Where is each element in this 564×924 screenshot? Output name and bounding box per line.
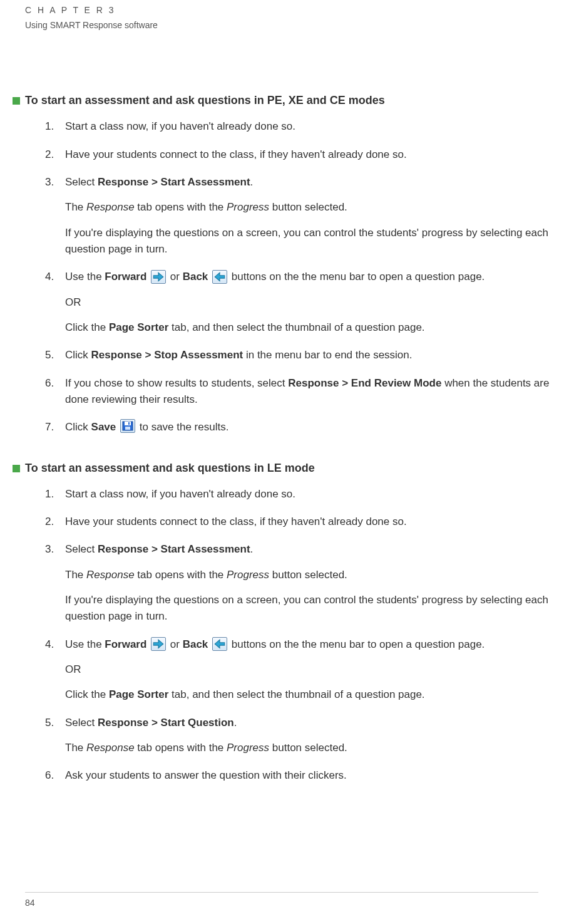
step-text: Click Save to save the results. bbox=[65, 419, 564, 435]
step-list: Start a class now, if you haven't alread… bbox=[45, 118, 564, 435]
step-text: If you chose to show results to students… bbox=[65, 375, 564, 408]
ui-term: Progress bbox=[227, 742, 269, 754]
button-name: Save bbox=[91, 421, 116, 433]
square-bullet-icon bbox=[13, 465, 20, 472]
step-text: Click Response > Stop Assessment in the … bbox=[65, 347, 564, 363]
menu-path: Response > Start Assessment bbox=[98, 176, 250, 188]
step-text: The Response tab opens with the Progress… bbox=[65, 740, 564, 756]
section-le: To start an assessment and ask questions… bbox=[25, 460, 564, 784]
text-fragment: Click the bbox=[65, 321, 109, 333]
ui-term: Progress bbox=[227, 201, 269, 213]
text-fragment: tab, and then select the thumbnail of a … bbox=[168, 321, 424, 333]
button-name: Back bbox=[183, 638, 208, 650]
text-fragment: The bbox=[65, 201, 86, 213]
text-fragment: in the menu bar to end the session. bbox=[243, 349, 412, 361]
section-heading-text: To start an assessment and ask questions… bbox=[25, 92, 385, 110]
svg-rect-4 bbox=[125, 427, 130, 430]
step-text: Click the Page Sorter tab, and then sele… bbox=[65, 319, 564, 336]
button-name: Forward bbox=[105, 271, 146, 283]
step-item: Click Save to save the results. bbox=[45, 419, 564, 435]
svg-marker-7 bbox=[215, 640, 224, 648]
text-fragment: . bbox=[250, 543, 254, 555]
forward-arrow-icon bbox=[151, 270, 166, 284]
step-text: The Response tab opens with the Progress… bbox=[65, 199, 564, 215]
section-heading-text: To start an assessment and ask questions… bbox=[25, 460, 315, 477]
text-fragment: button selected. bbox=[269, 742, 347, 754]
step-text: Use the Forward or Back buttons on the t… bbox=[65, 636, 564, 653]
forward-arrow-icon bbox=[151, 637, 166, 651]
step-item: Select Response > Start Assessment. The … bbox=[45, 541, 564, 625]
step-item: Click Response > Stop Assessment in the … bbox=[45, 347, 564, 363]
text-fragment: Select bbox=[65, 543, 98, 555]
step-text: Select Response > Start Question. bbox=[65, 715, 564, 731]
text-fragment: . bbox=[234, 717, 237, 729]
text-fragment: tab, and then select the thumbnail of a … bbox=[168, 688, 424, 700]
text-fragment: . bbox=[250, 176, 254, 188]
chapter-subtitle: Using SMART Response software bbox=[25, 19, 564, 33]
step-item: Select Response > Start Assessment. The … bbox=[45, 174, 564, 257]
step-text: Select Response > Start Assessment. bbox=[65, 174, 564, 190]
section-heading: To start an assessment and ask questions… bbox=[25, 460, 564, 477]
page-number: 84 bbox=[25, 892, 538, 910]
step-list: Start a class now, if you haven't alread… bbox=[45, 486, 564, 784]
step-text: Click the Page Sorter tab, and then sele… bbox=[65, 687, 564, 703]
svg-rect-3 bbox=[125, 422, 131, 425]
step-text: Start a class now, if you haven't alread… bbox=[65, 486, 564, 502]
text-fragment: button selected. bbox=[269, 569, 347, 581]
step-text: The Response tab opens with the Progress… bbox=[65, 567, 564, 583]
step-text: Use the Forward or Back buttons on the t… bbox=[65, 269, 564, 285]
step-text: OR bbox=[65, 294, 564, 311]
step-text: If you're displaying the questions on a … bbox=[65, 225, 564, 258]
step-item: Ask your students to answer the question… bbox=[45, 767, 564, 784]
step-text: Have your students connect to the class,… bbox=[65, 514, 564, 530]
step-text: Have your students connect to the class,… bbox=[65, 147, 564, 163]
running-header: C H A P T E R 3 Using SMART Response sof… bbox=[25, 4, 564, 32]
ui-term: Progress bbox=[227, 569, 269, 581]
text-fragment: buttons on the the menu bar to open a qu… bbox=[232, 271, 485, 283]
chapter-label: C H A P T E R 3 bbox=[25, 4, 564, 18]
ui-term: Page Sorter bbox=[109, 321, 168, 333]
text-fragment: Select bbox=[65, 717, 98, 729]
back-arrow-icon bbox=[212, 270, 227, 284]
step-text: Select Response > Start Assessment. bbox=[65, 541, 564, 558]
text-fragment: Use the bbox=[65, 638, 105, 650]
step-item: Start a class now, if you haven't alread… bbox=[45, 118, 564, 135]
menu-path: Response > Start Question bbox=[98, 717, 234, 729]
save-floppy-icon bbox=[120, 419, 135, 433]
ui-term: Response bbox=[86, 569, 135, 581]
button-name: Forward bbox=[105, 638, 146, 650]
square-bullet-icon bbox=[13, 97, 20, 105]
text-fragment: tab opens with the bbox=[135, 742, 227, 754]
text-fragment: tab opens with the bbox=[135, 201, 227, 213]
ui-term: Page Sorter bbox=[109, 688, 168, 700]
text-fragment: button selected. bbox=[269, 201, 347, 213]
text-fragment: The bbox=[65, 742, 86, 754]
back-arrow-icon bbox=[212, 637, 227, 651]
text-fragment: Click bbox=[65, 349, 91, 361]
ui-term: Response bbox=[86, 742, 135, 754]
text-fragment: to save the results. bbox=[140, 421, 229, 433]
text-fragment: buttons on the the menu bar to open a qu… bbox=[232, 638, 485, 650]
menu-path: Response > Stop Assessment bbox=[91, 349, 244, 361]
svg-rect-5 bbox=[128, 422, 130, 425]
text-fragment: The bbox=[65, 569, 86, 581]
svg-marker-0 bbox=[153, 273, 163, 281]
text-fragment: or bbox=[170, 271, 183, 283]
step-text: If you're displaying the questions on a … bbox=[65, 592, 564, 625]
step-item: Use the Forward or Back buttons on the t… bbox=[45, 269, 564, 336]
step-item: Start a class now, if you haven't alread… bbox=[45, 486, 564, 502]
text-fragment: or bbox=[170, 638, 183, 650]
text-fragment: Select bbox=[65, 176, 98, 188]
ui-term: Response bbox=[86, 201, 135, 213]
menu-path: Response > End Review Mode bbox=[288, 377, 441, 389]
section-pe-xe-ce: To start an assessment and ask questions… bbox=[25, 92, 564, 435]
step-item: If you chose to show results to students… bbox=[45, 375, 564, 408]
text-fragment: tab opens with the bbox=[135, 569, 227, 581]
svg-marker-1 bbox=[215, 273, 224, 281]
page: C H A P T E R 3 Using SMART Response sof… bbox=[0, 0, 564, 924]
step-text: OR bbox=[65, 662, 564, 678]
svg-marker-6 bbox=[153, 640, 163, 648]
text-fragment: If you chose to show results to students… bbox=[65, 377, 288, 389]
step-text: Start a class now, if you haven't alread… bbox=[65, 118, 564, 135]
step-item: Select Response > Start Question. The Re… bbox=[45, 715, 564, 757]
